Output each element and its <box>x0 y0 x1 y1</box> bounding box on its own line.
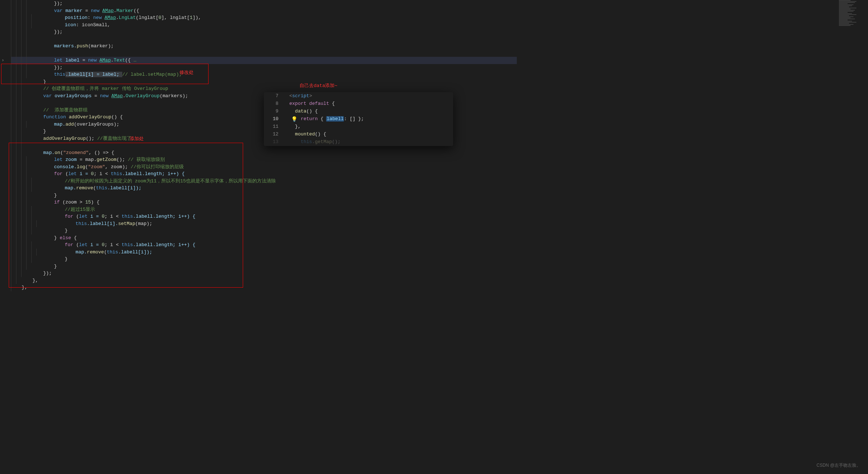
line-number: 7 <box>264 92 278 100</box>
snippet-panel: 7 8 9 10 11 12 13 💡 <script> export defa… <box>264 92 453 146</box>
line-number-active: 10 <box>264 115 278 123</box>
snippet-code[interactable]: <script> export default { data() { retur… <box>289 92 364 146</box>
line-number: 9 <box>264 107 278 115</box>
fold-arrow-icon[interactable]: › <box>1 58 4 63</box>
line-number: 13 <box>264 138 278 146</box>
line-number: 11 <box>264 123 278 130</box>
annotation-add: 添加处 <box>130 135 144 142</box>
editor-gutter: › <box>0 0 7 474</box>
line-number: 12 <box>264 130 278 138</box>
code-text: }); <box>31 1 63 6</box>
line-number: 8 <box>264 100 278 107</box>
annotation-modify: 修改处 <box>179 69 194 76</box>
annotation-data-add: 自己去data添加~ <box>300 82 337 89</box>
main-code-editor[interactable]: › }); var marker = new AMap.Marker({ pos… <box>0 0 517 474</box>
snippet-line-numbers: 7 8 9 10 11 12 13 <box>264 92 286 146</box>
minimap[interactable] <box>839 0 868 55</box>
watermark: CSDN @左手吻左脸。 <box>816 462 861 469</box>
